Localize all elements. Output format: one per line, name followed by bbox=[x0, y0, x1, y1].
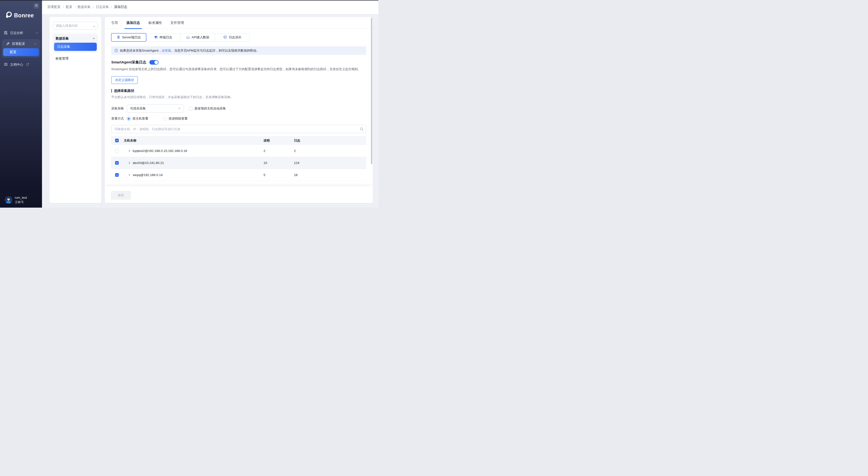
host-filter-input[interactable] bbox=[111, 125, 366, 133]
terminal-log-icon bbox=[154, 35, 158, 40]
radio-label: 按主机查看 bbox=[132, 116, 148, 121]
host-table-row: xieyq@192.168.0.14 5 18 bbox=[111, 169, 366, 181]
host-name[interactable]: kyqtest2@192.168.0.15,192.168.0.16 bbox=[133, 149, 187, 152]
tree-search bbox=[53, 22, 98, 30]
user-account[interactable]: rum_test 主账号 bbox=[0, 196, 42, 204]
info-banner: 如果您还未安装SmartAgent，去安装。当您开启APM监控与日志监控，则可以… bbox=[111, 46, 366, 55]
vertical-scrollbar[interactable] bbox=[371, 18, 372, 164]
tab-guide[interactable]: 引导 bbox=[111, 17, 118, 29]
segment-api-data[interactable]: API接入数据 bbox=[181, 34, 215, 41]
log-count: 18 bbox=[294, 173, 366, 177]
tab-standard-attrs[interactable]: 标准属性 bbox=[148, 17, 162, 29]
tab-file-manage[interactable]: 文件管理 bbox=[170, 17, 184, 29]
log-source-segments: Server端日志 终端日志 bbox=[111, 33, 250, 41]
bonree-logo-icon bbox=[5, 11, 13, 20]
main-panel: 引导 添加日志 标准属性 文件管理 Server端日志 bbox=[105, 17, 373, 203]
smartagent-header: SmartAgent采集日志 bbox=[111, 60, 366, 65]
wrench-icon bbox=[6, 42, 10, 46]
row-checkbox[interactable] bbox=[115, 161, 119, 165]
log-demo-icon bbox=[223, 35, 227, 40]
radio-by-host[interactable] bbox=[127, 117, 130, 121]
strategy-select[interactable]: 勾选后采集 bbox=[127, 104, 184, 113]
tab-content: Server端日志 终端日志 bbox=[105, 29, 373, 186]
tree-group-label: 数据采集 bbox=[56, 36, 69, 41]
chevron-down-icon bbox=[36, 31, 38, 35]
chevron-up-icon bbox=[34, 42, 36, 46]
segment-label: Server端日志 bbox=[122, 35, 141, 39]
tab-add-log[interactable]: 添加日志 bbox=[126, 17, 140, 29]
expand-row-icon[interactable] bbox=[128, 162, 131, 164]
breadcrumb-item[interactable]: 数据采集 bbox=[78, 5, 91, 9]
radio-option-by-host[interactable]: 按主机查看 bbox=[127, 116, 148, 121]
brand-logo[interactable]: Bonree bbox=[5, 11, 34, 20]
host-table-row: kyqtest2@192.168.0.15,192.168.0.16 2 2 bbox=[111, 145, 366, 157]
sidebar-item-log-analysis[interactable]: 日志分析 bbox=[0, 29, 42, 37]
segment-server-log[interactable]: Server端日志 bbox=[112, 34, 146, 41]
auto-collect-checkbox[interactable] bbox=[189, 107, 192, 110]
view-mode-row: 查看方式 按主机查看 按进程组查看 bbox=[111, 116, 366, 121]
sidebar-item-doc-center[interactable]: 文档中心 bbox=[0, 61, 42, 68]
tree-item-log-collect-active[interactable]: 日志采集 bbox=[54, 43, 97, 51]
host-name[interactable]: dev03@10.241.60.21 bbox=[133, 161, 164, 165]
user-name: rum_test bbox=[15, 196, 27, 199]
breadcrumb-current: 添加日志 bbox=[114, 5, 127, 9]
app-window: Bonree 日志分析 bbox=[0, 0, 378, 208]
host-name[interactable]: xieyq@192.168.0.14 bbox=[133, 173, 163, 177]
breadcrumb-separator: / bbox=[111, 5, 112, 9]
breadcrumb-separator: / bbox=[74, 5, 75, 9]
tree-search-input[interactable] bbox=[53, 22, 98, 30]
install-agent-link[interactable]: 去安装 bbox=[162, 49, 171, 52]
radio-label: 按进程组查看 bbox=[169, 116, 187, 121]
host-table: 主机名称 进程 日志 kyqtest2@192.168.0.15,192.168… bbox=[111, 136, 366, 181]
radio-by-process-group[interactable] bbox=[163, 117, 167, 121]
log-count: 124 bbox=[294, 161, 366, 165]
breadcrumb-separator: / bbox=[93, 5, 94, 9]
window-top-edge bbox=[0, 0, 378, 0]
segment-label: 日志演示 bbox=[229, 35, 241, 39]
tree-item-label: 日志采集 bbox=[57, 45, 70, 49]
smartagent-toggle[interactable] bbox=[149, 60, 159, 65]
row-checkbox[interactable] bbox=[115, 149, 119, 152]
auto-collect-label: 新发现的主机自动采集 bbox=[194, 106, 226, 111]
host-table-row: dev03@10.241.60.21 10 124 bbox=[111, 157, 366, 169]
primary-sidebar: Bonree 日志分析 bbox=[0, 0, 42, 208]
sidebar-item-config-active[interactable]: 配置 bbox=[3, 48, 39, 56]
segment-log-demo[interactable]: 日志演示 bbox=[215, 34, 250, 41]
breadcrumb-item[interactable]: 配置 bbox=[66, 5, 72, 9]
chevron-up-icon bbox=[92, 37, 95, 40]
strategy-select-value: 勾选后采集 bbox=[130, 106, 146, 111]
tree-item-label: 标签管理 bbox=[56, 57, 68, 60]
sidebar-group-deploy-config: 部署配置 配置 bbox=[2, 39, 40, 58]
tree-group-data-collect: 数据采集 日志采集 bbox=[53, 34, 98, 53]
server-log-icon bbox=[117, 35, 120, 40]
save-button[interactable]: 保存 bbox=[111, 191, 130, 199]
process-count: 2 bbox=[264, 149, 294, 152]
smartagent-description: SmartAgent 自动发现主机上的日志路径，您可以通过勾选选择要采集的目录。… bbox=[111, 67, 366, 71]
breadcrumb-item[interactable]: 日志采集 bbox=[96, 5, 109, 9]
column-header-log: 日志 bbox=[294, 138, 366, 143]
sidebar-item-label: 文档中心 bbox=[10, 63, 23, 67]
tree-panel: 数据采集 日志采集 标签管理 bbox=[50, 17, 101, 203]
form-footer: 保存 bbox=[105, 186, 373, 203]
collapse-sidebar-button[interactable] bbox=[34, 3, 39, 9]
sidebar-item-deploy-config[interactable]: 部署配置 bbox=[3, 40, 39, 47]
process-count: 5 bbox=[264, 173, 294, 177]
tree-item-tag-manage[interactable]: 标签管理 bbox=[53, 57, 98, 61]
radio-option-by-process-group[interactable]: 按进程组查看 bbox=[163, 116, 187, 121]
expand-row-icon[interactable] bbox=[128, 149, 131, 152]
custom-source-path-button[interactable]: 自定义源路径 bbox=[111, 76, 138, 84]
row-checkbox[interactable] bbox=[115, 173, 119, 177]
expand-row-icon[interactable] bbox=[128, 174, 131, 176]
collect-path-description: 平台默认未勾选任何路径，只有勾选后，才会采集该路径下的日志，支持调整采集策略。 bbox=[111, 95, 366, 99]
search-icon[interactable] bbox=[360, 127, 364, 132]
tree-group-header[interactable]: 数据采集 bbox=[54, 35, 97, 42]
log-count: 2 bbox=[294, 149, 366, 152]
segment-terminal-log[interactable]: 终端日志 bbox=[146, 34, 181, 41]
column-header-process: 进程 bbox=[264, 138, 294, 143]
toggle-knob bbox=[154, 61, 158, 64]
breadcrumb-item[interactable]: 部署配置 bbox=[48, 5, 61, 9]
collapse-sidebar-icon bbox=[34, 4, 38, 8]
select-all-checkbox[interactable] bbox=[115, 139, 119, 142]
sidebar-item-label: 日志分析 bbox=[10, 31, 23, 35]
user-meta: rum_test 主账号 bbox=[15, 196, 27, 204]
